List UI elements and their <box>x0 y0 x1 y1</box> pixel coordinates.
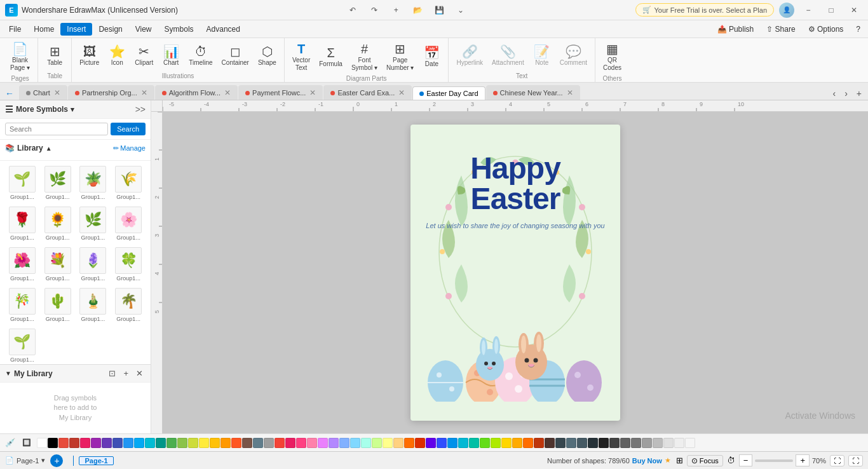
tab-easter-exa-close[interactable]: ✕ <box>398 88 405 97</box>
symbol-item-9[interactable]: 💐 Group1... <box>41 245 75 284</box>
color-swatch-39[interactable] <box>458 438 468 448</box>
symbol-item-7[interactable]: 🌸 Group1... <box>111 204 146 243</box>
timeline-btn[interactable]: ⏱ Timeline <box>185 43 216 69</box>
color-swatch-4[interactable] <box>80 438 90 448</box>
color-swatch-40[interactable] <box>469 438 479 448</box>
tab-algorithm-close[interactable]: ✕ <box>224 88 231 97</box>
focus-btn[interactable]: ⊙ Focus <box>687 455 723 466</box>
symbol-item-8[interactable]: 🌺 Group1... <box>5 245 39 284</box>
tab-easter-card-exa[interactable]: Easter Card Exa... ✕ <box>323 85 412 100</box>
color-swatch-47[interactable] <box>545 438 555 448</box>
new-tab-btn[interactable]: + <box>387 4 405 17</box>
color-swatch-55[interactable] <box>631 438 641 448</box>
font-symbol-btn[interactable]: # FontSymbol ▾ <box>348 41 381 74</box>
add-page-btn[interactable]: + <box>50 454 63 467</box>
color-swatch-36[interactable] <box>426 438 436 448</box>
clipart-btn[interactable]: ✂ Clipart <box>131 43 157 69</box>
help-btn[interactable]: ? <box>851 24 865 35</box>
color-swatch-45[interactable] <box>523 438 533 448</box>
tab-back-btn[interactable]: ← <box>0 87 19 100</box>
color-swatch-50[interactable] <box>577 438 587 448</box>
open-btn[interactable]: 📂 <box>409 4 426 17</box>
color-swatch-3[interactable] <box>69 438 79 448</box>
zoom-out-btn[interactable]: − <box>739 454 753 466</box>
tab-algorithm[interactable]: Algorithm Flow... ✕ <box>155 85 238 100</box>
color-swatch-32[interactable] <box>383 438 393 448</box>
symbol-item-4[interactable]: 🌹 Group1... <box>5 204 39 243</box>
color-swatch-24[interactable] <box>296 438 306 448</box>
color-swatch-16[interactable] <box>210 438 220 448</box>
tab-easter-day[interactable]: Easter Day Card <box>412 86 485 100</box>
menu-symbols[interactable]: Symbols <box>158 23 200 36</box>
color-swatch-26[interactable] <box>318 438 328 448</box>
color-swatch-13[interactable] <box>177 438 187 448</box>
blank-page-btn[interactable]: 📄 BlankPage ▾ <box>6 41 34 74</box>
canvas-content[interactable]: Happy Easter Let us wish to share the jo… <box>163 112 868 433</box>
color-swatch-21[interactable] <box>264 438 274 448</box>
color-swatch-37[interactable] <box>437 438 447 448</box>
comment-btn[interactable]: 💬 Comment <box>556 43 591 69</box>
menu-design[interactable]: Design <box>92 23 128 36</box>
symbol-item-10[interactable]: 🪻 Group1... <box>76 245 111 284</box>
layers-icon[interactable]: ⊞ <box>676 456 683 465</box>
color-swatch-22[interactable] <box>275 438 285 448</box>
color-swatch-38[interactable] <box>447 438 458 448</box>
page-number-btn[interactable]: ⊞ PageNumber ▾ <box>383 41 417 74</box>
color-swatch-17[interactable] <box>220 438 231 448</box>
attachment-btn[interactable]: 📎 Attachment <box>488 43 528 69</box>
symbol-item-2[interactable]: 🪴 Group1... <box>76 163 111 203</box>
color-swatch-0[interactable] <box>37 438 47 448</box>
color-swatch-48[interactable] <box>555 438 566 448</box>
color-swatch-53[interactable] <box>609 438 620 448</box>
close-btn[interactable]: ✕ <box>845 4 863 17</box>
menu-insert[interactable]: Insert <box>60 23 92 36</box>
color-swatch-33[interactable] <box>393 438 403 448</box>
date-btn[interactable]: 📅 Date <box>419 44 444 70</box>
menu-view[interactable]: View <box>129 23 158 36</box>
share-btn[interactable]: ⇧ Share <box>761 24 800 35</box>
menu-file[interactable]: File <box>3 23 27 36</box>
color-swatch-1[interactable] <box>48 438 58 448</box>
color-swatch-49[interactable] <box>566 438 576 448</box>
shape-btn[interactable]: ⬡ Shape <box>254 43 280 69</box>
tab-partnership-close[interactable]: ✕ <box>141 88 147 97</box>
eyedropper-btn[interactable]: 💉 <box>3 437 18 448</box>
color-swatch-10[interactable] <box>145 438 155 448</box>
symbol-item-15[interactable]: 🌴 Group1... <box>111 285 146 325</box>
symbol-item-12[interactable]: 🎋 Group1... <box>5 285 39 325</box>
minimize-btn[interactable]: − <box>799 4 817 17</box>
chart-btn[interactable]: 📊 Chart <box>158 43 184 69</box>
color-swatch-29[interactable] <box>350 438 360 448</box>
forward-btn[interactable]: ↷ <box>365 4 383 17</box>
tab-chinese[interactable]: Chinese New Year... ✕ <box>486 85 580 100</box>
tab-chart-close[interactable]: ✕ <box>54 88 60 97</box>
color-swatch-58[interactable] <box>663 438 674 448</box>
active-page-name[interactable]: Page-1 <box>79 456 113 465</box>
color-swatch-46[interactable] <box>534 438 544 448</box>
tab-partnership[interactable]: Partnership Org... ✕ <box>68 85 154 100</box>
vector-text-btn[interactable]: T VectorText <box>288 41 314 74</box>
menu-home[interactable]: Home <box>27 23 60 36</box>
color-swatch-57[interactable] <box>653 438 663 448</box>
color-swatch-52[interactable] <box>599 438 609 448</box>
color-swatch-51[interactable] <box>588 438 598 448</box>
color-swatch-34[interactable] <box>404 438 414 448</box>
hyperlink-btn[interactable]: 🔗 Hyperlink <box>452 43 487 69</box>
icon-btn[interactable]: ⭐ Icon <box>104 43 130 69</box>
tab-next-btn[interactable]: › <box>841 87 851 100</box>
buy-now-btn[interactable]: Buy Now <box>632 457 662 465</box>
back-btn[interactable]: ↶ <box>344 4 362 17</box>
panel-collapse-btn[interactable]: >> <box>135 104 146 114</box>
note-btn[interactable]: 📝 Note <box>529 43 555 69</box>
color-swatch-6[interactable] <box>102 438 112 448</box>
manage-btn[interactable]: ✏ Manage <box>113 144 146 153</box>
zoom-slider[interactable] <box>755 459 793 462</box>
color-swatch-19[interactable] <box>242 438 252 448</box>
container-btn[interactable]: ◻ Container <box>218 43 253 69</box>
tab-chart[interactable]: Chart ✕ <box>19 85 67 100</box>
my-lib-expand-btn[interactable]: ⊡ <box>106 368 118 379</box>
color-swatch-14[interactable] <box>188 438 198 448</box>
color-swatch-41[interactable] <box>480 438 490 448</box>
color-swatch-35[interactable] <box>415 438 425 448</box>
color-swatch-7[interactable] <box>112 438 123 448</box>
